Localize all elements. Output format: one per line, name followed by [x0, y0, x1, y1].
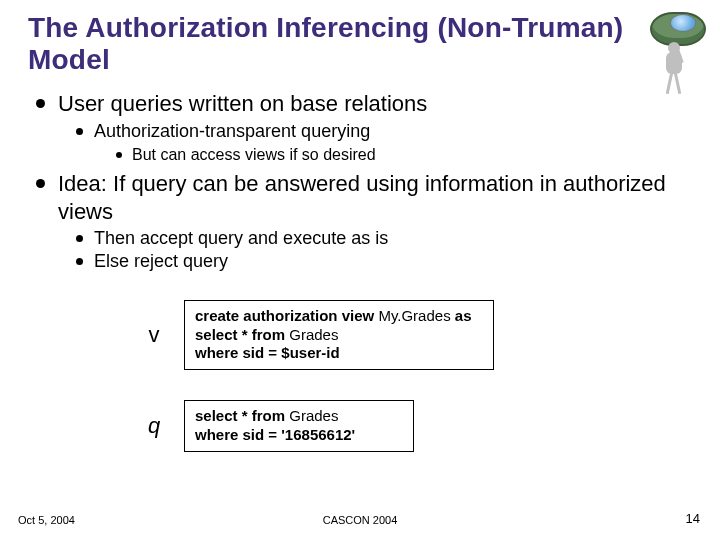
slide: The Authorization Inferencing (Non-Truma…: [0, 0, 720, 540]
bullet-2-text: Idea: If query can be answered using inf…: [58, 171, 666, 224]
kw-select-v: select * from: [195, 326, 285, 343]
bullet-1-1-1-text: But can access views if so desired: [132, 146, 376, 163]
where-q: where sid = '16856612': [195, 426, 355, 443]
kw-as: as: [455, 307, 472, 324]
bullet-2-1-text: Then accept query and execute as is: [94, 228, 388, 248]
where-v: where sid = $user-id: [195, 344, 340, 361]
bullet-2-2: Else reject query: [72, 250, 692, 273]
label-q: q: [138, 413, 170, 439]
bullet-2-2-text: Else reject query: [94, 251, 228, 271]
footer-page-number: 14: [686, 511, 700, 526]
bullet-1-1-text: Authorization-transparent querying: [94, 121, 370, 141]
slide-title: The Authorization Inferencing (Non-Truma…: [28, 12, 692, 76]
kw-create: create authorization view: [195, 307, 374, 324]
globe-icon: [670, 14, 696, 32]
bullet-2-1: Then accept query and execute as is: [72, 227, 692, 250]
relation-q: Grades: [289, 407, 338, 424]
bullet-1: User queries written on base relations A…: [34, 90, 692, 166]
kw-select-q: select * from: [195, 407, 285, 424]
footer-conference: CASCON 2004: [0, 514, 720, 526]
label-v: v: [138, 322, 170, 348]
bullet-1-1: Authorization-transparent querying But c…: [72, 120, 692, 166]
bullet-2: Idea: If query can be answered using inf…: [34, 170, 692, 274]
bullet-list: User queries written on base relations A…: [34, 90, 692, 273]
code-box-q: select * from Grades where sid = '168566…: [184, 400, 414, 452]
code-box-v: create authorization view My.Grades as s…: [184, 300, 494, 370]
relation-v: Grades: [289, 326, 338, 343]
bullet-1-1-1: But can access views if so desired: [112, 145, 692, 166]
bullet-1-text: User queries written on base relations: [58, 91, 427, 116]
view-name: My.Grades: [378, 307, 450, 324]
code-row-q: q select * from Grades where sid = '1685…: [138, 400, 692, 452]
code-row-v: v create authorization view My.Grades as…: [138, 300, 692, 370]
